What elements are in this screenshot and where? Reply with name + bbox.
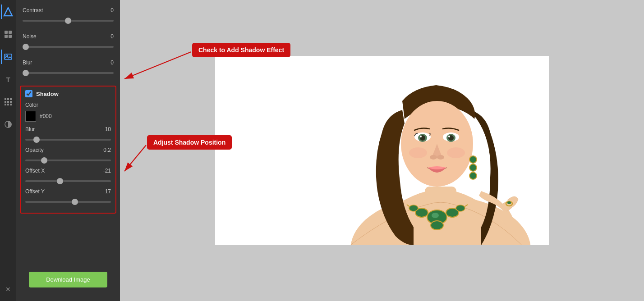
svg-line-19 (124, 52, 191, 79)
shadow-opacity-value: 0.2 (103, 147, 111, 153)
shadow-offset-x-input[interactable] (25, 180, 111, 182)
color-row: #000 (25, 111, 111, 122)
shadow-offset-y-label: Offset Y (25, 188, 45, 195)
contrast-label: Contrast (23, 7, 43, 14)
annotation-shadow-effect: Check to Add Shadow Effect (192, 43, 290, 57)
svg-rect-8 (7, 98, 9, 100)
shadow-blur-value: 10 (105, 126, 111, 132)
svg-rect-3 (5, 35, 8, 38)
image-frame (215, 56, 549, 245)
adjust-icon[interactable] (1, 117, 15, 132)
svg-rect-13 (5, 104, 6, 105)
noise-slider-section: Noise 0 (16, 31, 120, 52)
shadow-offset-y-section: Offset Y 17 (25, 188, 111, 205)
svg-rect-7 (5, 98, 6, 100)
svg-point-38 (469, 156, 477, 163)
shadow-section: Shadow Color #000 Blur 10 Opacity 0.2 (20, 86, 116, 214)
grid-icon[interactable] (1, 27, 15, 41)
shadow-opacity-input[interactable] (25, 160, 111, 161)
pattern-icon[interactable] (1, 95, 15, 109)
download-button[interactable]: Download Image (29, 272, 107, 287)
svg-point-45 (409, 205, 418, 211)
shadow-title: Shadow (36, 91, 59, 97)
shadow-offset-x-section: Offset X -21 (25, 168, 111, 184)
portrait-image (323, 56, 549, 245)
svg-point-35 (437, 155, 444, 160)
contrast-input[interactable] (23, 20, 114, 22)
svg-point-39 (469, 164, 477, 171)
svg-point-47 (431, 221, 443, 230)
noise-input[interactable] (23, 46, 114, 48)
contrast-slider-section: Contrast 0 (16, 5, 120, 26)
image-icon[interactable] (1, 50, 15, 64)
icon-bar: T ✕ (0, 0, 16, 301)
contrast-value: 0 (110, 7, 114, 14)
blur-value: 0 (110, 59, 114, 66)
svg-rect-12 (10, 101, 12, 103)
color-swatch[interactable] (25, 111, 36, 122)
blur-slider-section: Blur 0 (16, 57, 120, 78)
svg-rect-14 (7, 104, 9, 105)
download-button-container: Download Image (16, 272, 120, 296)
svg-point-40 (469, 172, 477, 179)
blur-input[interactable] (23, 72, 114, 74)
svg-rect-10 (5, 101, 6, 103)
svg-line-20 (124, 145, 146, 171)
svg-point-33 (448, 136, 450, 137)
color-label: Color (25, 102, 111, 108)
svg-point-36 (409, 147, 427, 158)
svg-rect-11 (7, 101, 9, 103)
svg-point-37 (447, 147, 465, 158)
svg-point-46 (456, 205, 465, 211)
svg-rect-4 (9, 35, 12, 38)
shadow-checkbox[interactable] (25, 90, 32, 97)
shadow-offset-x-value: -21 (103, 168, 111, 174)
color-hex: #000 (40, 113, 52, 119)
shadow-header: Shadow (25, 90, 111, 97)
panel: Contrast 0 Noise 0 Blur 0 Shadow Color #… (16, 0, 120, 301)
svg-rect-1 (5, 31, 8, 34)
svg-marker-0 (4, 8, 12, 16)
shadow-blur-input[interactable] (25, 139, 111, 141)
text-icon[interactable]: T (1, 72, 15, 87)
svg-rect-15 (10, 104, 12, 105)
shadow-offset-y-value: 17 (105, 188, 111, 195)
shadow-blur-section: Blur 10 (25, 126, 111, 142)
canvas-area: Check to Add Shadow Effect Adjust Shadow… (120, 0, 644, 301)
svg-point-29 (420, 136, 422, 137)
annotation-shadow-position: Adjust Shadow Position (147, 135, 232, 150)
noise-label: Noise (23, 33, 37, 40)
svg-point-42 (432, 213, 439, 218)
svg-point-34 (430, 155, 437, 160)
logo-icon[interactable] (1, 5, 15, 19)
shadow-opacity-label: Opacity (25, 147, 44, 153)
shadow-offset-x-label: Offset X (25, 168, 45, 174)
noise-value: 0 (110, 33, 114, 40)
svg-rect-5 (5, 54, 12, 59)
blur-label: Blur (23, 59, 32, 66)
svg-rect-9 (10, 98, 12, 100)
close-icon[interactable]: ✕ (1, 282, 15, 296)
shadow-offset-y-input[interactable] (25, 201, 111, 203)
shadow-opacity-section: Opacity 0.2 (25, 147, 111, 163)
svg-point-49 (507, 201, 511, 204)
svg-rect-2 (9, 31, 12, 34)
shadow-blur-label: Blur (25, 126, 35, 132)
